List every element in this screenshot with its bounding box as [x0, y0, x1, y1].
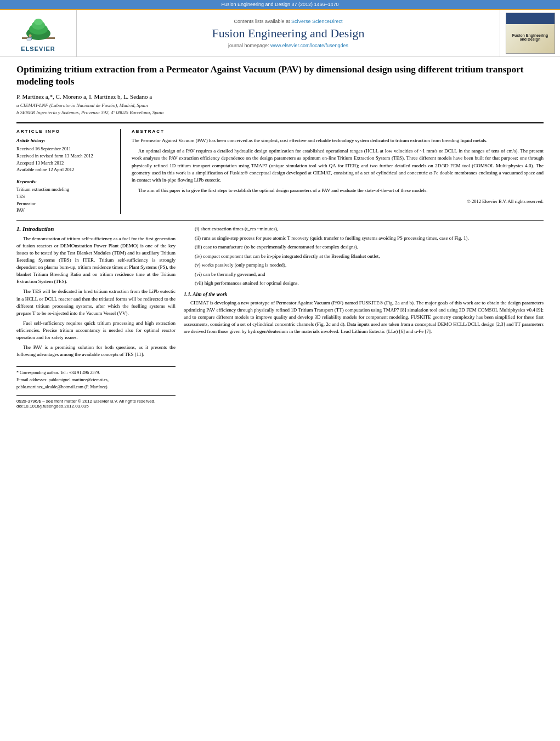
journal-title-area: Contents lists available at SciVerse Sci…: [77, 10, 500, 56]
history-label: Article history:: [16, 137, 112, 144]
sciverse-link[interactable]: SciVerse ScienceDirect: [291, 19, 343, 24]
keyword-3: PAV: [16, 207, 112, 214]
article-area: Optimizing tritium extraction from a Per…: [0, 57, 560, 417]
cover-text: Fusion Engineeringand Design: [512, 33, 548, 41]
online-date: Available online 12 April 2012: [16, 167, 74, 172]
homepage-link[interactable]: www.elsevier.com/locate/fusengdes: [270, 43, 348, 48]
footnote-corresponding: * Corresponding author. Tel.: +34 91 496…: [16, 370, 176, 376]
svg-rect-8: [27, 38, 31, 41]
elsevier-brand-text: ELSEVIER: [21, 46, 55, 52]
journal-title: Fusion Engineering and Design: [212, 26, 364, 41]
list-item-5: (vi) can be thermally governed, and: [195, 271, 544, 279]
authors-line: P. Martínez a,*, C. Moreno a, I. Martíne…: [16, 93, 544, 100]
svg-point-5: [34, 19, 43, 25]
subsection11-para: CIEMAT is developing a new prototype of …: [184, 299, 544, 335]
copyright-line: © 2012 Elsevier B.V. All rights reserved…: [132, 199, 544, 204]
intro-para-1: The TES will be dedicated in bred tritiu…: [16, 288, 176, 316]
sciverse-line: Contents lists available at SciVerse Sci…: [234, 19, 342, 24]
body-left-column: 1. Introduction The demonstration of tri…: [16, 225, 176, 409]
list-item-2: (iii) ease to manufacture (to be experim…: [195, 244, 544, 251]
abstract-label: Abstract: [132, 129, 544, 134]
affiliations: a CIEMAT-LNF (Laboratorio Nacional de Fu…: [16, 102, 544, 116]
keywords-section: Keywords: Tritium extraction modeling TE…: [16, 179, 112, 214]
subsection11-heading: 1.1. Aim of the work: [184, 292, 544, 297]
bottom-bar: 0920-3796/$ – see front matter © 2012 El…: [16, 395, 176, 409]
keyword-1: TES: [16, 193, 112, 200]
section-divider: [16, 220, 544, 221]
elsevier-logo: ELSEVIER: [19, 14, 58, 52]
section1-body: The demonstration of tritium self-suffic…: [16, 235, 176, 358]
intro-para-3: The PAV is a promising solution for both…: [16, 344, 176, 358]
top-banner: Fusion Engineering and Design 87 (2012) …: [0, 0, 560, 9]
body-right-column: (i) short extraction times (t_res ~minut…: [184, 225, 544, 409]
keyword-2: Permeator: [16, 200, 112, 207]
footnote-email1: E-mail addresses: pablomiguel.martinez@c…: [16, 377, 176, 383]
info-abstract-section: Article info Article history: Received 1…: [16, 122, 544, 214]
section1-heading: 1. Introduction: [16, 225, 176, 232]
journal-header: ELSEVIER Contents lists available at Sci…: [0, 9, 560, 57]
elsevier-tree-icon: [19, 14, 58, 44]
advantages-list: (i) short extraction times (t_res ~minut…: [195, 225, 544, 287]
affiliation-b: b SENER Ingeniería y Sistemas, Provenza …: [16, 109, 544, 116]
article-info-label: Article info: [16, 129, 112, 134]
homepage-line: journal homepage: www.elsevier.com/locat…: [228, 43, 348, 48]
affiliation-a: a CIEMAT-LNF (Laboratorio Nacional de Fu…: [16, 102, 544, 109]
article-title: Optimizing tritium extraction from a Per…: [16, 64, 544, 88]
abstract-para-1: An optimal design of a PAV requires a de…: [132, 148, 544, 183]
list-item-3: (iv) compact component that can be in-pi…: [195, 253, 544, 261]
abstract-text: The Permeator Against Vacuum (PAV) has b…: [132, 137, 544, 194]
journal-cover-image: Fusion Engineeringand Design: [506, 13, 555, 54]
abstract-para-2: The aim of this paper is to give the fir…: [132, 187, 544, 194]
body-section: 1. Introduction The demonstration of tri…: [16, 225, 544, 409]
intro-para-0: The demonstration of tritium self-suffic…: [16, 235, 176, 285]
doi-text: doi:10.1016/j.fusengdes.2012.03.035: [16, 404, 176, 409]
accepted-date: Accepted 13 March 2012: [16, 160, 64, 166]
footnotes-area: * Corresponding author. Tel.: +34 91 496…: [16, 366, 176, 391]
list-item-1: (ii) runs as single-step process for pur…: [195, 235, 544, 242]
keywords-label: Keywords:: [16, 179, 112, 184]
elsevier-logo-area: ELSEVIER: [0, 10, 77, 56]
license-text: 0920-3796/$ – see front matter © 2012 El…: [16, 399, 176, 404]
article-info-column: Article info Article history: Received 1…: [16, 129, 121, 214]
intro-para-2: Fuel self-sufficiency requires quick tri…: [16, 320, 176, 341]
list-item-6: (vii) high performances attained for opt…: [195, 280, 544, 287]
banner-text: Fusion Engineering and Design 87 (2012) …: [221, 2, 338, 7]
list-item-4: (v) works passively (only pumping is nee…: [195, 262, 544, 269]
abstract-para-0: The Permeator Against Vacuum (PAV) has b…: [132, 137, 544, 144]
abstract-column: Abstract The Permeator Against Vacuum (P…: [132, 129, 544, 214]
received-date: Received 16 September 2011: [16, 146, 71, 151]
svg-point-6: [29, 35, 31, 37]
subsection11-body: CIEMAT is developing a new prototype of …: [184, 299, 544, 335]
article-history: Article history: Received 16 September 2…: [16, 137, 112, 173]
list-item-0: (i) short extraction times (t_res ~minut…: [195, 225, 544, 233]
keyword-0: Tritium extraction modeling: [16, 186, 112, 193]
journal-cover-area: Fusion Engineeringand Design: [500, 10, 560, 56]
footnote-email2: pablo.martinez_alcalde@hotmail.com (P. M…: [16, 384, 176, 390]
revised-date: Received in revised form 13 March 2012: [16, 153, 93, 159]
